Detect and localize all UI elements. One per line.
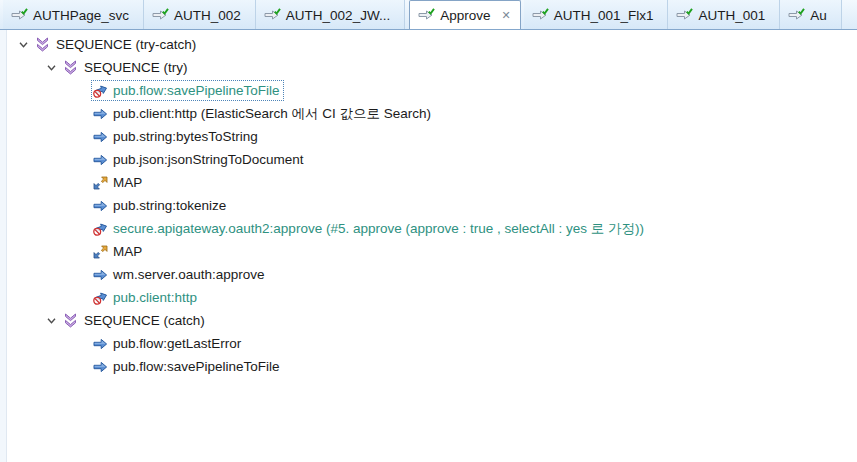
invoke-step-icon bbox=[93, 108, 111, 120]
chevron-down-icon[interactable] bbox=[47, 65, 62, 71]
map-step-icon bbox=[93, 176, 111, 190]
flow-step-label: pub.flow:savePipelineToFile bbox=[111, 83, 280, 98]
flow-step-label: pub.flow:getLastError bbox=[111, 336, 241, 351]
editor-tab[interactable]: AUTH_002 bbox=[144, 0, 256, 29]
chevron-down-icon[interactable] bbox=[19, 42, 34, 48]
flow-service-icon bbox=[788, 8, 805, 22]
editor-tab-label: AUTH_002 bbox=[174, 7, 241, 23]
editor-tab[interactable]: AUTH_001_Flx1 bbox=[524, 0, 669, 29]
editor-tab-label: AUTHPage_svc bbox=[33, 7, 129, 23]
invoke-step-icon bbox=[93, 338, 111, 350]
flow-step-content: MAP bbox=[91, 172, 146, 193]
flow-service-icon bbox=[676, 8, 693, 22]
designer-window: AUTHPage_svc AUTH_002 AUTH_002_JW... A bbox=[0, 0, 857, 462]
flow-step-content: pub.flow:getLastError bbox=[91, 333, 245, 354]
editor-tab[interactable]: Approve ✕ bbox=[409, 0, 521, 30]
flow-step-row[interactable]: pub.client:http (ElasticSearch 에서 CI 값으로… bbox=[7, 102, 857, 125]
flow-step-row[interactable]: wm.server.oauth:approve bbox=[7, 263, 857, 286]
editor-tab[interactable]: Au bbox=[780, 0, 842, 29]
flow-step-content: pub.client:http bbox=[91, 287, 201, 308]
flow-service-icon bbox=[152, 8, 169, 22]
disabled-invoke-icon bbox=[93, 84, 111, 98]
flow-step-label: SEQUENCE (catch) bbox=[82, 313, 205, 328]
editor-left-gutter bbox=[0, 30, 7, 462]
flow-step-label: secure.apigateway.oauth2:approve (#5. ap… bbox=[111, 220, 644, 238]
editor-tab[interactable]: AUTH_001 bbox=[668, 0, 780, 29]
close-icon[interactable]: ✕ bbox=[501, 10, 510, 21]
flow-editor-content: SEQUENCE (try-catch) SEQUENCE (try) pub.… bbox=[0, 30, 857, 462]
sequence-row[interactable]: SEQUENCE (try) bbox=[7, 56, 857, 79]
flow-service-icon bbox=[532, 8, 549, 22]
flow-step-label: SEQUENCE (try) bbox=[82, 60, 188, 75]
flow-steps-tree: SEQUENCE (try-catch) SEQUENCE (try) pub.… bbox=[7, 30, 857, 462]
flow-step-content: SEQUENCE (catch) bbox=[62, 310, 209, 331]
flow-step-row[interactable]: pub.string:bytesToString bbox=[7, 125, 857, 148]
flow-step-label: pub.string:tokenize bbox=[111, 198, 226, 213]
flow-step-label: SEQUENCE (try-catch) bbox=[54, 37, 196, 52]
invoke-step-icon bbox=[93, 131, 111, 143]
disabled-invoke-icon bbox=[93, 291, 111, 305]
flow-service-icon bbox=[418, 8, 435, 22]
invoke-step-icon bbox=[93, 154, 111, 166]
sequence-icon bbox=[36, 37, 54, 52]
editor-tab-label: AUTH_001 bbox=[698, 7, 765, 23]
editor-tab-label: AUTH_002_JW... bbox=[286, 7, 390, 23]
flow-service-icon bbox=[11, 8, 28, 22]
flow-step-row[interactable]: pub.flow:savePipelineToFile bbox=[7, 79, 857, 102]
flow-step-row[interactable]: pub.client:http bbox=[7, 286, 857, 309]
flow-step-row[interactable]: pub.json:jsonStringToDocument bbox=[7, 148, 857, 171]
flow-step-content: wm.server.oauth:approve bbox=[91, 264, 269, 285]
flow-step-row[interactable]: pub.string:tokenize bbox=[7, 194, 857, 217]
sequence-row[interactable]: SEQUENCE (catch) bbox=[7, 309, 857, 332]
flow-step-label: pub.flow:savePipelineToFile bbox=[111, 359, 280, 374]
flow-step-label: pub.client:http bbox=[111, 290, 197, 305]
flow-step-content: pub.string:bytesToString bbox=[91, 126, 262, 147]
flow-step-content: pub.flow:savePipelineToFile bbox=[91, 80, 284, 101]
editor-tab[interactable]: AUTH_002_JW... bbox=[256, 0, 405, 29]
editor-tab-label: Approve bbox=[440, 7, 490, 23]
invoke-step-icon bbox=[93, 361, 111, 373]
flow-step-row[interactable]: MAP bbox=[7, 240, 857, 263]
flow-step-row[interactable]: pub.flow:savePipelineToFile bbox=[7, 355, 857, 378]
flow-step-content: MAP bbox=[91, 241, 146, 262]
chevron-down-icon[interactable] bbox=[47, 318, 62, 324]
sequence-icon bbox=[64, 60, 82, 75]
flow-step-label: pub.json:jsonStringToDocument bbox=[111, 152, 304, 167]
flow-step-content: secure.apigateway.oauth2:approve (#5. ap… bbox=[91, 218, 648, 239]
flow-step-content: SEQUENCE (try-catch) bbox=[34, 34, 200, 55]
flow-step-content: pub.string:tokenize bbox=[91, 195, 230, 216]
flow-step-label: MAP bbox=[111, 175, 142, 190]
flow-step-row[interactable]: pub.flow:getLastError bbox=[7, 332, 857, 355]
flow-step-content: pub.client:http (ElasticSearch 에서 CI 값으로… bbox=[91, 103, 435, 124]
editor-tab-label: Au bbox=[810, 7, 827, 23]
flow-service-icon bbox=[264, 8, 281, 22]
flow-step-content: SEQUENCE (try) bbox=[62, 57, 192, 78]
flow-step-label: pub.client:http (ElasticSearch 에서 CI 값으로… bbox=[111, 105, 431, 123]
flow-step-label: MAP bbox=[111, 244, 142, 259]
flow-step-content: pub.flow:savePipelineToFile bbox=[91, 356, 284, 377]
invoke-step-icon bbox=[93, 200, 111, 212]
flow-step-content: pub.json:jsonStringToDocument bbox=[91, 149, 308, 170]
editor-tab[interactable]: AUTHPage_svc bbox=[3, 0, 144, 29]
editor-tab-bar: AUTHPage_svc AUTH_002 AUTH_002_JW... A bbox=[0, 0, 857, 30]
flow-step-row[interactable]: MAP bbox=[7, 171, 857, 194]
map-step-icon bbox=[93, 245, 111, 259]
sequence-icon bbox=[64, 313, 82, 328]
invoke-step-icon bbox=[93, 269, 111, 281]
sequence-row[interactable]: SEQUENCE (try-catch) bbox=[7, 33, 857, 56]
flow-step-row[interactable]: secure.apigateway.oauth2:approve (#5. ap… bbox=[7, 217, 857, 240]
editor-tab-label: AUTH_001_Flx1 bbox=[554, 7, 654, 23]
flow-step-label: pub.string:bytesToString bbox=[111, 129, 258, 144]
disabled-invoke-icon bbox=[93, 222, 111, 236]
flow-step-label: wm.server.oauth:approve bbox=[111, 267, 265, 282]
